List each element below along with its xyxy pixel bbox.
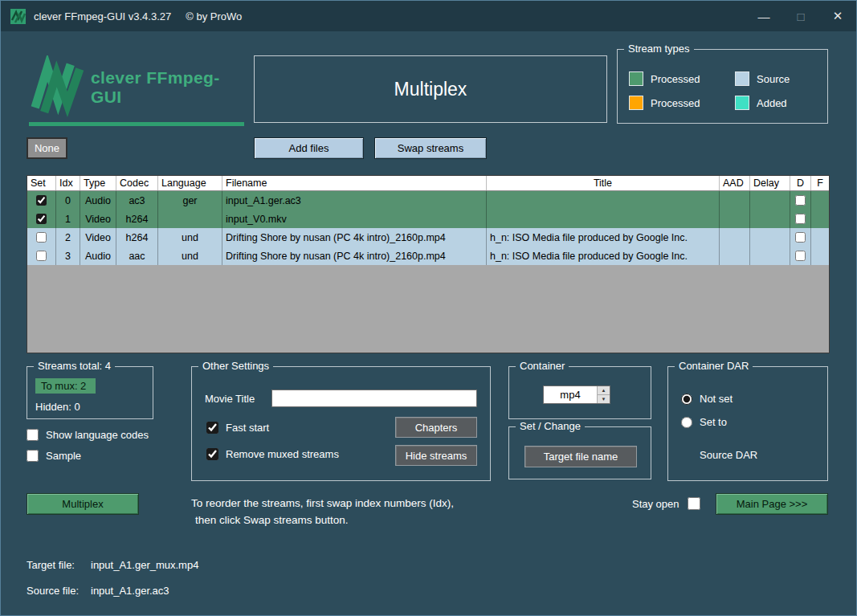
d-checkbox[interactable] bbox=[795, 214, 806, 224]
fast-start-option: Fast start bbox=[206, 422, 269, 434]
to-mux-badge: To mux: 2 bbox=[35, 378, 96, 394]
stay-open-option: Stay open bbox=[632, 497, 700, 510]
dar-not-set-label: Not set bbox=[700, 393, 733, 405]
minimize-button[interactable]: — bbox=[745, 1, 782, 31]
legend-swatch-source bbox=[735, 71, 749, 86]
container-format-spinner[interactable]: mp4 ▲ ▼ bbox=[543, 386, 610, 404]
table-row[interactable]: 3 Audio aac und Drifting Shore by nusan … bbox=[27, 247, 829, 265]
column-header-delay[interactable]: Delay bbox=[750, 176, 790, 190]
set-cell bbox=[27, 210, 56, 228]
table-row[interactable]: 2 Video h264 und Drifting Shore by nusan… bbox=[27, 228, 829, 247]
d-checkbox[interactable] bbox=[795, 232, 806, 243]
set-checkbox[interactable] bbox=[36, 214, 47, 224]
container-dar-label: Container DAR bbox=[675, 360, 753, 372]
codec-cell: ac3 bbox=[116, 191, 158, 210]
d-checkbox[interactable] bbox=[795, 195, 806, 206]
set-checkbox[interactable] bbox=[36, 195, 47, 206]
set-cell bbox=[27, 247, 56, 265]
d-checkbox[interactable] bbox=[795, 251, 806, 261]
column-header-codec[interactable]: Codec bbox=[116, 176, 158, 190]
maximize-button[interactable]: □ bbox=[782, 1, 819, 31]
title-cell bbox=[487, 191, 720, 210]
target-file-row: Target file: input_A1.ger_mux.mp4 bbox=[27, 559, 198, 571]
column-header-d[interactable]: D bbox=[790, 176, 811, 190]
window-controls: — □ ✕ bbox=[745, 1, 856, 31]
table-row[interactable]: 1 Video h264 input_V0.mkv bbox=[27, 210, 829, 228]
column-header-language[interactable]: Language bbox=[158, 176, 222, 190]
set-checkbox[interactable] bbox=[36, 232, 47, 243]
type-cell: Audio bbox=[80, 191, 116, 210]
aad-cell bbox=[720, 247, 750, 265]
source-file-value: input_A1.ger.ac3 bbox=[91, 585, 169, 597]
chapters-button[interactable]: Chapters bbox=[395, 417, 477, 438]
codec-cell: h264 bbox=[116, 210, 158, 228]
movie-title-input[interactable] bbox=[271, 390, 477, 407]
other-settings-label: Other Settings bbox=[198, 360, 273, 372]
set-checkbox[interactable] bbox=[36, 251, 47, 261]
multiplex-button[interactable]: Multiplex bbox=[27, 493, 139, 515]
app-window: clever FFmpeg-GUI v3.4.3.27 © by ProWo —… bbox=[0, 0, 857, 616]
close-button[interactable]: ✕ bbox=[819, 1, 856, 31]
mode-panel-title: Multiplex bbox=[394, 79, 467, 100]
container-label: Container bbox=[516, 360, 569, 372]
fast-start-label: Fast start bbox=[226, 422, 269, 434]
add-files-button[interactable]: Add files bbox=[254, 137, 364, 159]
language-cell bbox=[158, 210, 222, 228]
stay-open-label: Stay open bbox=[632, 498, 679, 510]
dar-not-set-radio[interactable] bbox=[681, 394, 692, 405]
table-row[interactable]: 0 Audio ac3 ger input_A1.ger.ac3 bbox=[27, 191, 829, 210]
spinner-up-icon[interactable]: ▲ bbox=[598, 386, 610, 395]
column-header-type[interactable]: Type bbox=[80, 176, 116, 190]
dar-set-to-option: Set to bbox=[681, 416, 727, 428]
legend-swatch-green bbox=[629, 71, 643, 86]
codec-cell: aac bbox=[116, 247, 158, 265]
f-cell bbox=[811, 191, 829, 210]
window-title-suffix: © by ProWo bbox=[186, 10, 242, 22]
delay-cell bbox=[750, 228, 790, 247]
f-cell bbox=[811, 247, 829, 265]
movie-title-label: Movie Title bbox=[205, 393, 255, 405]
legend-label: Processed bbox=[651, 73, 700, 85]
hide-streams-button[interactable]: Hide streams bbox=[395, 445, 477, 466]
source-file-label: Source file: bbox=[27, 585, 91, 597]
legend-label: Processed bbox=[651, 97, 700, 109]
filename-cell: input_A1.ger.ac3 bbox=[222, 191, 487, 210]
column-header-aad[interactable]: AAD bbox=[720, 176, 750, 190]
remove-muxed-streams-checkbox[interactable] bbox=[206, 448, 218, 460]
show-language-codes-option: Show language codes bbox=[27, 429, 149, 441]
instruction-line-2: then click Swap streams button. bbox=[191, 512, 454, 529]
target-file-value: input_A1.ger_mux.mp4 bbox=[91, 559, 198, 571]
logo-text: clever FFmpeg-GUI bbox=[91, 68, 244, 107]
column-header-idx[interactable]: Idx bbox=[56, 176, 80, 190]
dar-not-set-option: Not set bbox=[681, 393, 733, 405]
column-header-title[interactable]: Title bbox=[487, 176, 720, 190]
aad-cell bbox=[720, 228, 750, 247]
type-cell: Video bbox=[80, 210, 116, 228]
column-header-filename[interactable]: Filename bbox=[222, 176, 487, 190]
legend-swatch-orange bbox=[629, 96, 643, 110]
idx-cell: 2 bbox=[56, 228, 80, 247]
column-header-set[interactable]: Set bbox=[27, 176, 56, 190]
dar-set-to-radio[interactable] bbox=[681, 417, 692, 428]
column-header-f[interactable]: F bbox=[811, 176, 829, 190]
target-file-name-button[interactable]: Target file name bbox=[524, 446, 637, 467]
reorder-instructions: To reorder the streams, first swap index… bbox=[191, 496, 454, 529]
fast-start-checkbox[interactable] bbox=[206, 422, 218, 434]
show-language-codes-checkbox[interactable] bbox=[27, 429, 39, 441]
stay-open-checkbox[interactable] bbox=[688, 497, 700, 510]
none-button[interactable]: None bbox=[27, 137, 67, 159]
sample-checkbox[interactable] bbox=[27, 450, 39, 462]
type-cell: Video bbox=[80, 228, 116, 247]
filename-cell: input_V0.mkv bbox=[222, 210, 487, 228]
container-dar-groupbox: Container DAR Not set Set to Source DAR bbox=[667, 366, 828, 481]
app-icon bbox=[10, 9, 26, 24]
other-settings-groupbox: Other Settings Movie Title Fast start Ch… bbox=[191, 366, 491, 481]
titlebar: clever FFmpeg-GUI v3.4.3.27 © by ProWo —… bbox=[1, 1, 856, 31]
swap-streams-button[interactable]: Swap streams bbox=[374, 137, 487, 159]
instruction-line-1: To reorder the streams, first swap index… bbox=[191, 496, 454, 512]
streams-total-groupbox: Streams total: 4 To mux: 2 Hidden: 0 bbox=[27, 366, 153, 419]
main-page-button[interactable]: Main Page >>> bbox=[716, 493, 828, 515]
window-title: clever FFmpeg-GUI v3.4.3.27 bbox=[34, 10, 171, 22]
spinner-down-icon[interactable]: ▼ bbox=[598, 395, 610, 403]
sample-option: Sample bbox=[27, 450, 81, 462]
